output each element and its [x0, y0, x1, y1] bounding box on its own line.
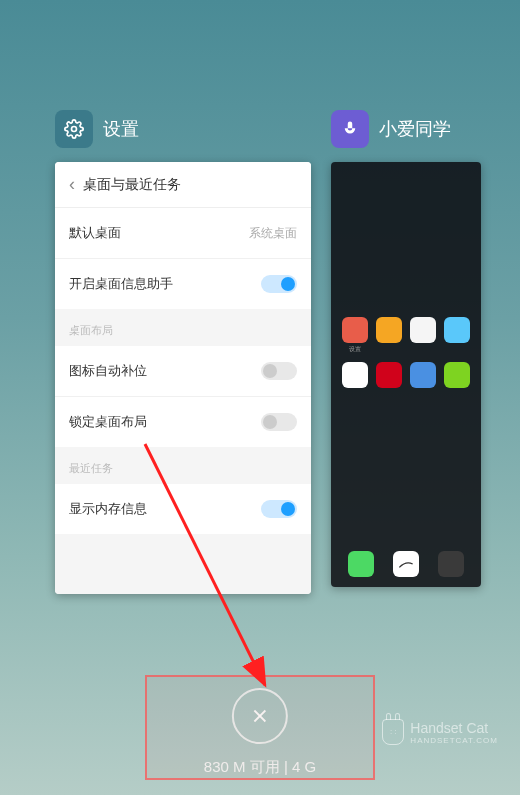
setting-auto-fill[interactable]: 图标自动补位 — [55, 346, 311, 396]
back-icon[interactable]: ‹ — [69, 174, 75, 195]
toggle-info-assistant[interactable] — [261, 275, 297, 293]
home-app[interactable] — [409, 317, 437, 354]
home-app[interactable] — [443, 317, 471, 354]
toggle-lock-layout[interactable] — [261, 413, 297, 431]
dock-app-icon[interactable] — [438, 551, 464, 577]
setting-label: 开启桌面信息助手 — [69, 275, 173, 293]
cat-icon: : : — [382, 719, 404, 745]
close-all-button[interactable] — [232, 688, 288, 744]
home-dock — [331, 551, 481, 577]
dock-home-icon[interactable] — [393, 551, 419, 577]
setting-value: 系统桌面 — [249, 225, 297, 242]
section-recent-tasks: 最近任务 — [55, 447, 311, 484]
toggle-auto-fill[interactable] — [261, 362, 297, 380]
memory-status: 830 M 可用 | 4 G — [204, 758, 316, 777]
setting-label: 显示内存信息 — [69, 500, 147, 518]
watermark-text: Handset Cat — [410, 720, 498, 736]
setting-label: 锁定桌面布局 — [69, 413, 147, 431]
watermark-url: HANDSETCAT.COM — [410, 736, 498, 745]
svg-point-0 — [72, 127, 77, 132]
recent-app-settings[interactable]: 设置 ‹ 桌面与最近任务 默认桌面 系统桌面 开启桌面信息助手 桌面布局 图标自… — [55, 110, 311, 594]
bottom-controls: 830 M 可用 | 4 G — [204, 688, 316, 777]
app-title-voice: 小爱同学 — [379, 117, 451, 141]
home-app[interactable] — [409, 362, 437, 390]
settings-icon — [55, 110, 93, 148]
app-header-voice: 小爱同学 — [331, 110, 481, 148]
setting-info-assistant[interactable]: 开启桌面信息助手 — [55, 258, 311, 309]
app-header-settings: 设置 — [55, 110, 311, 148]
watermark: : : Handset Cat HANDSETCAT.COM — [382, 719, 498, 745]
home-preview[interactable]: 设置 — [331, 162, 481, 587]
home-apps-grid: 设置 — [331, 317, 481, 390]
setting-show-memory[interactable]: 显示内存信息 — [55, 484, 311, 534]
setting-label: 图标自动补位 — [69, 362, 147, 380]
setting-lock-layout[interactable]: 锁定桌面布局 — [55, 396, 311, 447]
home-app[interactable] — [375, 362, 403, 390]
toggle-show-memory[interactable] — [261, 500, 297, 518]
home-app[interactable] — [341, 362, 369, 390]
section-desktop-layout: 桌面布局 — [55, 309, 311, 346]
dock-phone-icon[interactable] — [348, 551, 374, 577]
settings-preview[interactable]: ‹ 桌面与最近任务 默认桌面 系统桌面 开启桌面信息助手 桌面布局 图标自动补位… — [55, 162, 311, 594]
settings-padding — [55, 534, 311, 594]
home-app[interactable]: 设置 — [341, 317, 369, 354]
settings-page-title: 桌面与最近任务 — [83, 176, 181, 194]
home-app[interactable] — [443, 362, 471, 390]
voice-icon — [331, 110, 369, 148]
home-app[interactable] — [375, 317, 403, 354]
recent-app-voice[interactable]: 小爱同学 设置 — [331, 110, 481, 594]
setting-label: 默认桌面 — [69, 224, 121, 242]
setting-default-home[interactable]: 默认桌面 系统桌面 — [55, 208, 311, 258]
settings-header-bar[interactable]: ‹ 桌面与最近任务 — [55, 162, 311, 208]
app-title-settings: 设置 — [103, 117, 139, 141]
